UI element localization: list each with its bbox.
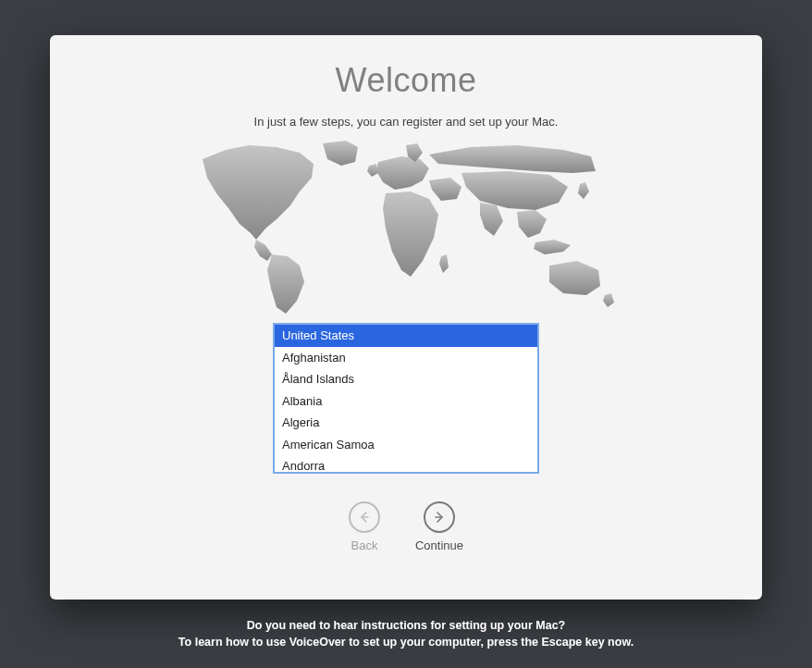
nav-buttons: Back Continue	[349, 501, 463, 552]
country-item[interactable]: Åland Islands	[275, 368, 537, 390]
country-item[interactable]: American Samoa	[275, 434, 537, 456]
voiceover-hint-line1: Do you need to hear instructions for set…	[178, 618, 634, 635]
country-item[interactable]: Andorra	[275, 455, 537, 474]
arrow-right-icon	[424, 501, 455, 533]
world-map-graphic	[184, 136, 628, 321]
country-item[interactable]: Algeria	[275, 412, 537, 434]
subtitle: In just a few steps, you can register an…	[254, 115, 559, 129]
back-label: Back	[351, 538, 378, 552]
setup-assistant-window: Welcome In just a few steps, you can reg…	[50, 35, 762, 600]
voiceover-hint-line2: To learn how to use VoiceOver to set up …	[178, 635, 634, 651]
country-list[interactable]: United StatesAfghanistanÅland IslandsAlb…	[273, 323, 539, 474]
continue-button[interactable]: Continue	[415, 501, 463, 552]
arrow-left-icon	[349, 501, 380, 533]
page-title: Welcome	[336, 61, 477, 100]
back-button[interactable]: Back	[349, 501, 380, 552]
continue-label: Continue	[415, 538, 463, 552]
country-item[interactable]: Afghanistan	[275, 347, 537, 369]
country-item[interactable]: United States	[275, 325, 537, 347]
country-item[interactable]: Albania	[275, 390, 537, 413]
voiceover-hint: Do you need to hear instructions for set…	[178, 618, 634, 650]
